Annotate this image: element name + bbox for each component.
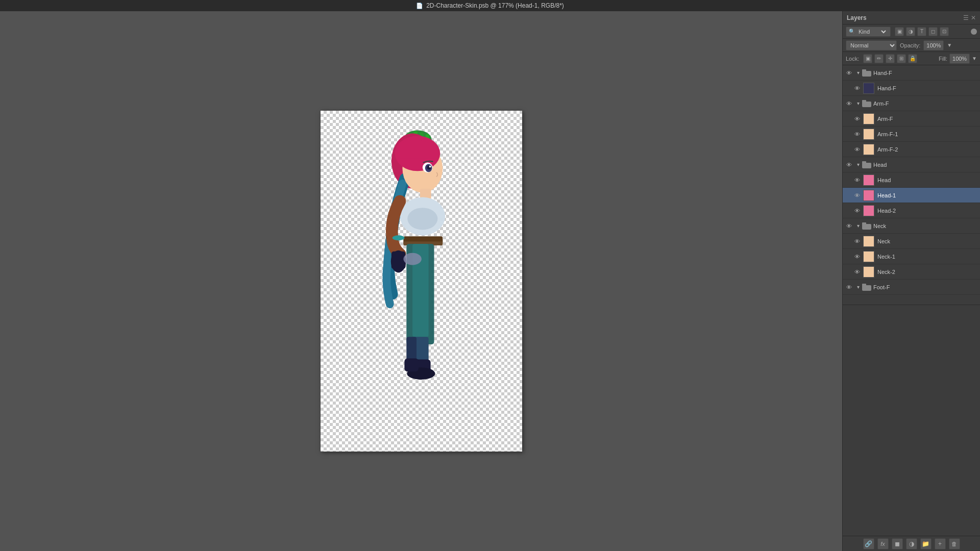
- svg-rect-35: [862, 222, 866, 225]
- layer-name-head-group: Head: [873, 162, 887, 168]
- layers-list[interactable]: 👁 ▾ Hand-F 👁 Hand-F 👁 ▾ Arm-F 👁 Ar: [843, 65, 980, 536]
- visibility-hand-f-group[interactable]: 👁: [845, 69, 853, 77]
- layer-name-arm-f-1: Arm-F-1: [877, 131, 898, 137]
- lock-artboard-btn[interactable]: ⊞: [897, 54, 906, 63]
- layer-name-neck-group: Neck: [873, 223, 886, 229]
- fx-btn[interactable]: fx: [877, 538, 889, 549]
- layers-header-left: Layers: [847, 14, 867, 21]
- visibility-arm-f-1[interactable]: 👁: [853, 130, 861, 138]
- layer-name-neck: Neck: [877, 238, 890, 244]
- visibility-arm-f[interactable]: 👁: [853, 115, 861, 123]
- filter-toggle-circle[interactable]: [971, 29, 977, 35]
- layer-item-arm-f-2[interactable]: 👁 Arm-F-2: [843, 142, 980, 157]
- layer-item-arm-f[interactable]: 👁 Arm-F: [843, 111, 980, 127]
- layer-item-neck[interactable]: 👁 Neck: [843, 234, 980, 249]
- fill-label: Fill:: [939, 56, 947, 62]
- visibility-neck-2[interactable]: 👁: [853, 268, 861, 276]
- visibility-head-2[interactable]: 👁: [853, 207, 861, 215]
- visibility-head[interactable]: 👁: [853, 176, 861, 184]
- layer-item-head-2[interactable]: 👁 Head-2: [843, 203, 980, 218]
- collapse-neck[interactable]: ▾: [855, 223, 861, 229]
- layer-name-arm-f-2: Arm-F-2: [877, 146, 898, 153]
- folder-icon-arm-f: [862, 99, 871, 108]
- filter-icons: ▣ ◑ T ◻ ⊡: [895, 27, 949, 36]
- visibility-arm-f-2[interactable]: 👁: [853, 145, 861, 154]
- character-illustration: [326, 113, 509, 445]
- lock-all-btn[interactable]: 🔒: [908, 54, 917, 63]
- filter-row: 🔍 Kind Name Effect Mode Attribute Color …: [843, 24, 980, 39]
- blend-mode-row: Normal Dissolve Multiply Screen Overlay …: [843, 39, 980, 52]
- layers-panel-title: Layers: [847, 14, 867, 21]
- fill-chevron[interactable]: ▼: [972, 56, 977, 61]
- add-mask-btn[interactable]: ◼: [892, 538, 903, 549]
- layer-name-neck-1: Neck-1: [877, 254, 895, 260]
- collapse-hand-f[interactable]: ▾: [855, 70, 861, 76]
- layer-item-head-1[interactable]: 👁 Head-1: [843, 188, 980, 203]
- panel-close-btn[interactable]: ✕: [971, 14, 976, 21]
- svg-point-11: [429, 165, 431, 167]
- new-group-btn[interactable]: 📁: [920, 538, 932, 549]
- visibility-neck[interactable]: 👁: [853, 237, 861, 245]
- layers-panel-header: Layers ☰ ✕: [843, 11, 980, 24]
- filter-search-container[interactable]: 🔍 Kind Name Effect Mode Attribute Color: [846, 27, 891, 37]
- layer-item-neck-1[interactable]: 👁 Neck-1: [843, 249, 980, 264]
- layer-name-head-1: Head-1: [877, 192, 896, 198]
- visibility-head-1[interactable]: 👁: [853, 191, 861, 199]
- fill-input[interactable]: [949, 54, 970, 64]
- layer-name-foot-f-group: Foot-F: [873, 284, 890, 290]
- layer-item-neck-2[interactable]: 👁 Neck-2: [843, 264, 980, 280]
- visibility-neck-group[interactable]: 👁: [845, 222, 853, 230]
- blend-mode-select[interactable]: Normal Dissolve Multiply Screen Overlay: [846, 40, 897, 51]
- visibility-hand-f[interactable]: 👁: [853, 84, 861, 92]
- thumb-head-2: [863, 205, 874, 216]
- folder-icon-neck: [862, 222, 871, 230]
- layer-item-hand-f[interactable]: 👁 Hand-F: [843, 81, 980, 96]
- thumb-neck-2: [863, 266, 874, 278]
- filter-pixel-btn[interactable]: ▣: [895, 27, 904, 36]
- filter-adjust-btn[interactable]: ◑: [906, 27, 915, 36]
- collapse-foot-f[interactable]: ▾: [855, 284, 861, 290]
- lock-position-btn[interactable]: ✛: [886, 54, 895, 63]
- layers-panel: Layers ☰ ✕ 🔍 Kind Name Effect Mode Attri…: [842, 11, 980, 551]
- panel-menu-btn[interactable]: ☰: [963, 14, 969, 21]
- layer-group-hand-f[interactable]: 👁 ▾ Hand-F: [843, 65, 980, 81]
- link-layers-btn[interactable]: 🔗: [863, 538, 874, 549]
- visibility-neck-1[interactable]: 👁: [853, 253, 861, 261]
- collapse-head[interactable]: ▾: [855, 162, 861, 168]
- layer-group-arm-f[interactable]: 👁 ▾ Arm-F: [843, 96, 980, 111]
- layer-group-neck[interactable]: 👁 ▾ Neck: [843, 218, 980, 234]
- layer-name-hand-f-group: Hand-F: [873, 70, 892, 76]
- thumb-arm-f: [863, 113, 874, 124]
- svg-rect-37: [862, 284, 866, 286]
- lock-image-btn[interactable]: ✏: [874, 54, 884, 63]
- scroll-padding: [843, 295, 980, 305]
- thumb-arm-f-1: [863, 129, 874, 140]
- title-bar: 📄 2D-Character-Skin.psb @ 177% (Head-1, …: [0, 0, 980, 11]
- add-adjustment-btn[interactable]: ◑: [906, 538, 917, 549]
- layer-item-arm-f-1[interactable]: 👁 Arm-F-1: [843, 127, 980, 142]
- visibility-foot-f-group[interactable]: 👁: [845, 283, 853, 291]
- lock-pixels-btn[interactable]: ▣: [863, 54, 872, 63]
- delete-layer-btn[interactable]: 🗑: [949, 538, 960, 549]
- thumb-hand-f: [863, 83, 874, 94]
- ps-icon: 📄: [416, 3, 423, 9]
- visibility-arm-f-group[interactable]: 👁: [845, 99, 853, 108]
- filter-smart-btn[interactable]: ⊡: [940, 27, 949, 36]
- layer-group-head[interactable]: 👁 ▾ Head: [843, 157, 980, 172]
- opacity-input[interactable]: [923, 40, 944, 51]
- folder-icon-head: [862, 161, 871, 169]
- visibility-head-group[interactable]: 👁: [845, 161, 853, 169]
- filter-text-btn[interactable]: T: [917, 27, 926, 36]
- layer-item-head[interactable]: 👁 Head: [843, 172, 980, 188]
- thumb-head-1: [863, 190, 874, 201]
- opacity-label: Opacity:: [900, 42, 920, 48]
- thumb-neck-1: [863, 251, 874, 262]
- thumb-arm-f-2: [863, 144, 874, 155]
- filter-shape-btn[interactable]: ◻: [928, 27, 938, 36]
- new-layer-btn[interactable]: +: [935, 538, 946, 549]
- filter-kind-select[interactable]: Kind Name Effect Mode Attribute Color: [856, 28, 888, 35]
- collapse-arm-f[interactable]: ▾: [855, 101, 861, 107]
- layer-group-foot-f[interactable]: 👁 ▾ Foot-F: [843, 280, 980, 295]
- opacity-chevron[interactable]: ▼: [947, 42, 952, 48]
- lock-label: Lock:: [846, 56, 859, 62]
